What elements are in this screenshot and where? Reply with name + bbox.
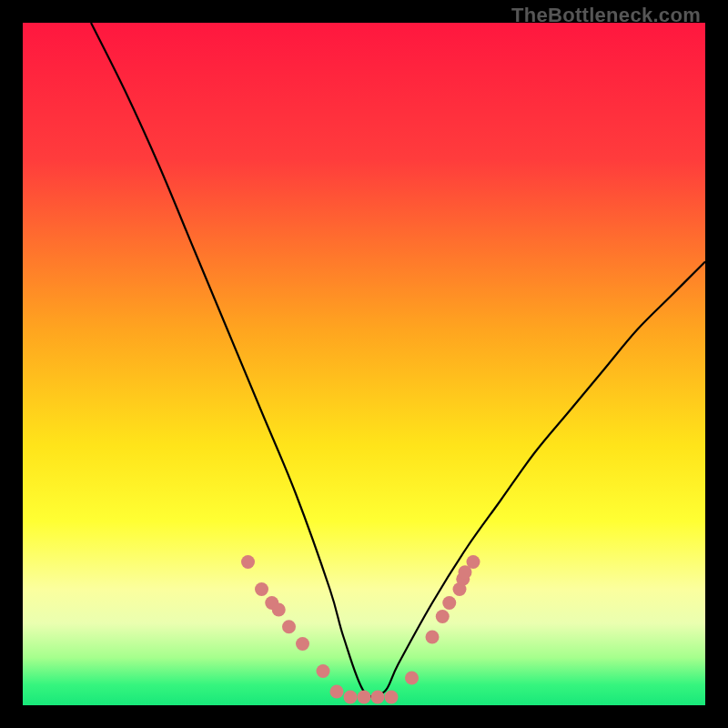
gradient-background: [23, 23, 705, 705]
marker-dot: [282, 620, 296, 633]
watermark-text: TheBottleneck.com: [511, 4, 701, 27]
chart-frame: [23, 23, 705, 705]
marker-dot: [436, 610, 450, 623]
marker-dot: [358, 691, 371, 704]
marker-dot: [296, 637, 309, 651]
marker-dot: [330, 685, 344, 699]
marker-dot: [371, 691, 385, 704]
marker-dot: [426, 631, 440, 644]
marker-dot: [442, 596, 456, 610]
marker-dot: [467, 555, 480, 569]
bottleneck-chart: [23, 23, 705, 705]
marker-dot: [344, 691, 358, 704]
marker-dot: [385, 691, 399, 704]
marker-dot: [317, 664, 330, 678]
marker-dot: [241, 555, 255, 569]
marker-dot: [255, 582, 268, 596]
marker-dot: [405, 672, 419, 685]
marker-dot: [272, 603, 286, 617]
